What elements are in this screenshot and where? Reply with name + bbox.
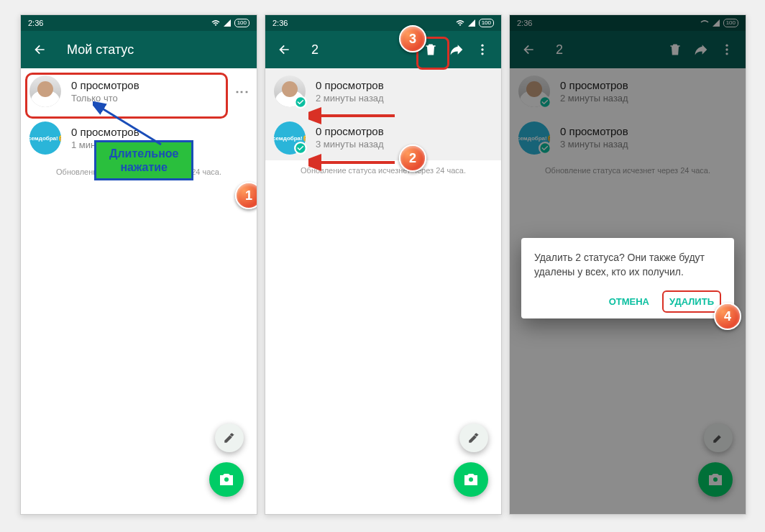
step-bubble-2: 2 — [399, 145, 426, 172]
camera-fab[interactable] — [209, 462, 244, 497]
annotation-arrow-icon — [308, 148, 409, 177]
svg-line-0 — [100, 107, 161, 145]
step-bubble-4: 4 — [714, 303, 741, 330]
appbar: Мой статус — [21, 31, 257, 68]
forward-icon[interactable] — [448, 41, 465, 58]
back-arrow-icon[interactable] — [275, 41, 293, 58]
battery-level: 100 — [479, 19, 494, 27]
phone-screen-3: 2:36 100 2 0 просмотров 2 минуты назад — [509, 14, 746, 515]
signal-icon — [467, 19, 476, 27]
android-statusbar: 2:36 100 — [21, 15, 257, 31]
step-bubble-1: 1 — [235, 182, 257, 209]
cancel-button[interactable]: ОТМЕНА — [602, 290, 656, 313]
clock-time: 2:36 — [28, 19, 43, 27]
step-bubble-3: 3 — [399, 25, 426, 52]
pencil-fab[interactable] — [459, 423, 488, 452]
avatar: Всем добра! 😊 — [29, 121, 61, 155]
more-icon[interactable] — [474, 41, 491, 58]
svg-point-3 — [481, 52, 483, 55]
android-statusbar: 2:36 100 — [265, 15, 501, 31]
status-views: 0 просмотров — [71, 79, 237, 91]
avatar — [29, 75, 61, 107]
svg-point-2 — [481, 48, 483, 50]
annotation-arrow-icon — [93, 101, 179, 152]
clock-time: 2:36 — [272, 19, 288, 27]
pencil-fab[interactable] — [215, 423, 244, 452]
battery-level: 100 — [234, 19, 249, 27]
back-arrow-icon[interactable] — [31, 41, 48, 58]
signal-icon — [223, 19, 232, 27]
check-icon — [294, 142, 307, 155]
phone-screen-2: 2:36 100 2 0 просмотров 2 минуты назад В… — [265, 14, 502, 515]
annotation-arrow-icon — [308, 101, 409, 130]
page-title: Мой статус — [67, 42, 251, 58]
phone-screen-1: 2:36 100 Мой статус 0 просмотров Только … — [20, 14, 257, 515]
check-icon — [294, 96, 307, 109]
delete-dialog: Удалить 2 статуса? Они также будут удале… — [521, 238, 734, 318]
delete-button[interactable]: УДАЛИТЬ — [662, 290, 721, 313]
svg-point-1 — [481, 45, 483, 47]
selection-appbar: 2 — [265, 31, 501, 68]
more-icon[interactable]: ⋮ — [234, 86, 250, 97]
wifi-icon — [211, 19, 220, 27]
status-views: 0 просмотров — [316, 79, 493, 91]
camera-fab[interactable] — [454, 462, 488, 497]
wifi-icon — [456, 19, 464, 27]
dialog-message: Удалить 2 статуса? Они также будут удале… — [534, 251, 721, 279]
